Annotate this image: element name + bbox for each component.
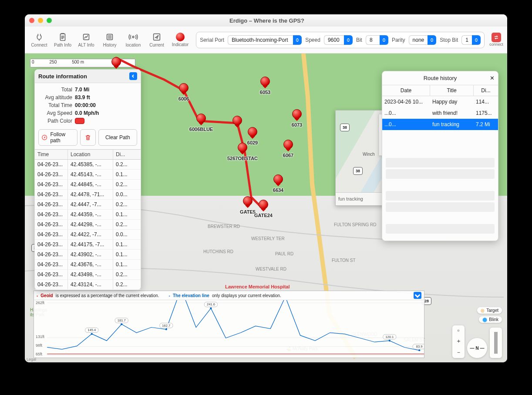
zoom-window-button[interactable] bbox=[47, 18, 52, 23]
connect-button[interactable]: connect bbox=[489, 33, 504, 47]
y-axis-tick: 65ft bbox=[36, 352, 42, 356]
table-row[interactable]: 04-26-23...42.4422, -7...0.0... bbox=[35, 230, 141, 240]
map-pin[interactable] bbox=[273, 174, 283, 184]
minimap-title: fun tracking bbox=[338, 196, 363, 201]
map-view[interactable]: 0250500 m 600660536006BLUE60295267OBSTAC… bbox=[25, 54, 507, 362]
serial-port-select[interactable]: Bluetooth-Incoming-Port bbox=[228, 35, 302, 45]
map-pin-label: 6053 bbox=[260, 90, 270, 95]
zoom-slider[interactable] bbox=[490, 328, 502, 358]
map-pin-label: GATE5 bbox=[240, 209, 256, 214]
svg-point-13 bbox=[121, 323, 122, 325]
svg-point-3 bbox=[132, 36, 134, 38]
stopbit-label: Stop Bit bbox=[440, 37, 458, 43]
map-pin[interactable] bbox=[283, 140, 293, 149]
delete-path-button[interactable] bbox=[80, 129, 96, 146]
svg-text:162.7: 162.7 bbox=[162, 324, 170, 328]
minimize-window-button[interactable] bbox=[38, 18, 43, 23]
titlebar[interactable]: Erdigo – Where is the GPS? bbox=[25, 14, 507, 27]
zoom-out-button[interactable]: － bbox=[454, 347, 463, 358]
history-row[interactable]: ...0...with friend!1175... bbox=[382, 107, 498, 119]
svg-point-28 bbox=[389, 340, 391, 341]
toolbar-indicator[interactable]: Indicator bbox=[169, 33, 191, 47]
elevation-toggle[interactable] bbox=[414, 292, 421, 299]
map-pin[interactable] bbox=[196, 114, 206, 123]
y-axis-tick: 98ft bbox=[36, 343, 42, 348]
toolbar-pathinfo[interactable]: Path Info bbox=[52, 32, 74, 47]
trash-icon bbox=[84, 134, 91, 141]
list-icon bbox=[105, 32, 114, 42]
toolbar-current[interactable]: Current bbox=[146, 32, 168, 47]
map-pin[interactable] bbox=[292, 109, 302, 119]
table-row[interactable]: 04-26-23...42.4478, -71...0.0... bbox=[35, 190, 141, 200]
table-row[interactable]: 04-26-23...42.4447, -7...0.2... bbox=[35, 200, 141, 210]
history-row[interactable]: 2023-04-26 10...Happy day114... bbox=[382, 96, 498, 107]
table-row[interactable]: 04-26-23...42.43902, -...0.1... bbox=[35, 250, 141, 260]
plug-icon bbox=[34, 32, 44, 42]
table-row[interactable]: 04-26-23...42.43124, -...0.2... bbox=[35, 280, 141, 290]
y-axis-tick: 131ft bbox=[36, 335, 44, 339]
clear-path-button[interactable]: Clear Path bbox=[98, 129, 138, 146]
table-row[interactable]: 04-26-23...42.44175, -7...0.1... bbox=[35, 240, 141, 250]
collapse-panel-button[interactable] bbox=[129, 72, 137, 80]
traffic-lights bbox=[29, 18, 52, 23]
svg-point-10 bbox=[91, 333, 93, 335]
table-row[interactable]: 04-26-23...42.45385, -...0.2... bbox=[35, 160, 141, 170]
table-row[interactable]: 04-26-23...42.43498, -...0.2... bbox=[35, 270, 141, 280]
map-pin[interactable] bbox=[179, 83, 189, 93]
map-pin[interactable] bbox=[260, 77, 270, 86]
window-title: Erdigo – Where is the GPS? bbox=[52, 17, 482, 24]
compass-arrow-icon bbox=[41, 134, 47, 141]
serial-label: Serial Port bbox=[200, 37, 224, 43]
close-icon[interactable]: ✕ bbox=[490, 75, 495, 81]
map-pin-label: 5267OBSTAC bbox=[227, 156, 258, 161]
history-row[interactable]: ...0...fun tracking7.2 Mi bbox=[382, 119, 498, 130]
toolbar-history[interactable]: History bbox=[99, 32, 121, 47]
legal-link[interactable]: Legal bbox=[27, 357, 36, 362]
speed-select[interactable]: 9600 bbox=[324, 35, 353, 45]
stopbit-select[interactable]: 1 bbox=[461, 35, 481, 45]
map-pin[interactable] bbox=[243, 196, 253, 206]
toolbar-altinfo[interactable]: ALT Info bbox=[75, 32, 97, 47]
toolbar: Connect Path Info ALT Info History locat… bbox=[25, 27, 507, 54]
path-color-swatch[interactable] bbox=[75, 118, 84, 124]
arrows-icon bbox=[493, 34, 500, 41]
blink-tag[interactable]: ⬤Blink bbox=[479, 316, 502, 323]
map-pin[interactable] bbox=[111, 57, 121, 67]
compass[interactable]: — N — bbox=[467, 338, 487, 358]
parity-label: Parity bbox=[392, 37, 405, 43]
clipboard-icon bbox=[58, 32, 67, 42]
table-row[interactable]: 04-26-23...42.44359, -...0.1... bbox=[35, 210, 141, 220]
bit-select[interactable]: 8 bbox=[366, 35, 388, 45]
zoom-in-button[interactable]: ＋ bbox=[454, 335, 463, 347]
svg-point-22 bbox=[210, 308, 212, 309]
table-row[interactable]: 04-26-23...42.44298, -...0.2... bbox=[35, 220, 141, 230]
parity-select[interactable]: none bbox=[409, 35, 437, 45]
chevron-updown-icon bbox=[293, 35, 302, 45]
connection-bar: Serial Port Bluetooth-Incoming-Port Spee… bbox=[196, 32, 485, 48]
map-pin[interactable] bbox=[232, 116, 242, 125]
follow-path-button[interactable]: Follow path bbox=[38, 129, 77, 146]
toolbar-connect[interactable]: Connect bbox=[28, 32, 50, 47]
zoom-3d-button[interactable]: ▫ bbox=[456, 325, 461, 335]
svg-text:120.1: 120.1 bbox=[385, 335, 394, 339]
elevation-panel: - Geoid is expressed as a percentage of … bbox=[34, 291, 424, 358]
route-history-title: Route history bbox=[424, 75, 457, 81]
toolbar-location[interactable]: location bbox=[122, 32, 144, 47]
target-tag[interactable]: ◎Target bbox=[477, 307, 502, 314]
map-controls: ◎Target ⬤Blink ▫ ＋ － — N — bbox=[452, 307, 502, 358]
close-window-button[interactable] bbox=[29, 18, 34, 23]
map-pin-label: 6073 bbox=[292, 122, 302, 127]
svg-point-31 bbox=[418, 349, 420, 351]
map-pin[interactable] bbox=[248, 127, 257, 137]
table-row[interactable]: 04-26-23...42.43676, -...0.1... bbox=[35, 260, 141, 270]
elevation-legend: - Geoid is expressed as a percentage of … bbox=[34, 291, 424, 300]
route-info-title: Route information bbox=[38, 73, 87, 80]
map-pin[interactable] bbox=[259, 200, 268, 209]
location-arrow-icon bbox=[152, 32, 162, 42]
route-info-panel: Route information Total7.0 Mi Avg altitu… bbox=[34, 69, 141, 290]
table-row[interactable]: 04-26-23...42.45143, -...0.1... bbox=[35, 170, 141, 180]
map-pin[interactable] bbox=[238, 143, 247, 152]
table-row[interactable]: 04-26-23...42.44845, -...0.2... bbox=[35, 180, 141, 190]
bit-label: Bit bbox=[356, 37, 362, 43]
altitude-icon bbox=[81, 32, 91, 42]
